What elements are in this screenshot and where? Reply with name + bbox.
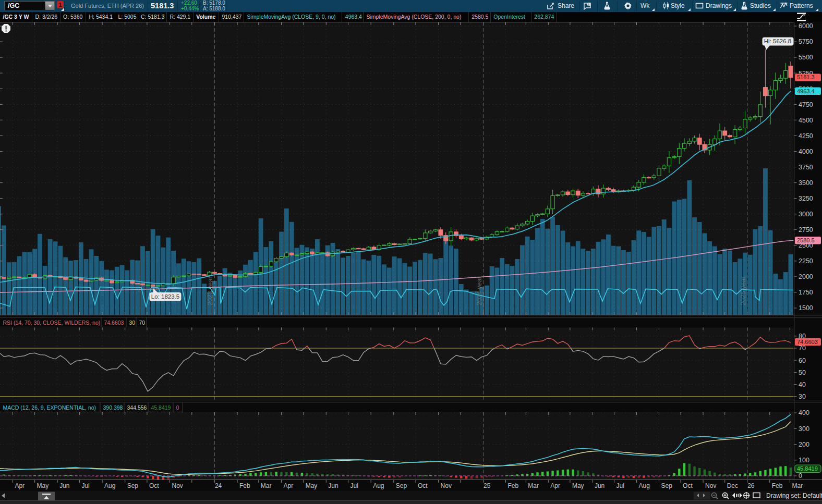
svg-text:2750: 2750 xyxy=(799,226,813,233)
svg-text:70: 70 xyxy=(139,319,146,326)
svg-text:2024 year: 2024 year xyxy=(476,276,483,305)
svg-text:Drawing set: Default: Drawing set: Default xyxy=(766,492,822,499)
svg-text:Nov: Nov xyxy=(172,482,183,489)
svg-text:1500: 1500 xyxy=(799,304,813,312)
svg-text:Aug: Aug xyxy=(104,482,115,489)
svg-text:5500: 5500 xyxy=(799,54,813,61)
svg-text:200: 200 xyxy=(799,441,809,448)
svg-text:May: May xyxy=(572,482,584,489)
svg-text:Jun: Jun xyxy=(595,482,605,489)
svg-text:5181.3: 5181.3 xyxy=(797,74,815,80)
svg-text:Aug: Aug xyxy=(373,482,384,489)
svg-text:Hi: 5626.8: Hi: 5626.8 xyxy=(764,38,791,44)
svg-text:Oct: Oct xyxy=(418,482,428,489)
svg-text:100: 100 xyxy=(799,457,809,464)
svg-text:400: 400 xyxy=(799,409,809,416)
svg-text:5750: 5750 xyxy=(799,38,813,45)
svg-text:344.556: 344.556 xyxy=(127,404,147,411)
svg-text:Oct: Oct xyxy=(683,482,693,489)
svg-text:45.8419: 45.8419 xyxy=(151,404,171,411)
svg-text:Mar: Mar xyxy=(792,482,803,489)
svg-text:Sep: Sep xyxy=(661,482,673,489)
svg-text:4500: 4500 xyxy=(799,117,813,124)
svg-text:26: 26 xyxy=(747,482,755,489)
svg-text:Nov: Nov xyxy=(441,482,452,489)
svg-text:1750: 1750 xyxy=(799,289,813,296)
svg-text:Jun: Jun xyxy=(328,482,338,489)
svg-text:Mar: Mar xyxy=(261,482,272,489)
svg-text:3000: 3000 xyxy=(799,211,813,218)
svg-text:3750: 3750 xyxy=(799,164,813,171)
svg-text:Lo: 1823.5: Lo: 1823.5 xyxy=(151,293,179,300)
svg-text:Aug: Aug xyxy=(639,482,650,489)
svg-text:Dec: Dec xyxy=(727,482,738,489)
svg-text:4750: 4750 xyxy=(799,101,813,108)
svg-text:70: 70 xyxy=(799,345,806,352)
svg-text:0: 0 xyxy=(176,404,179,411)
svg-text:Jul: Jul xyxy=(81,482,89,489)
svg-text:3500: 3500 xyxy=(799,179,813,187)
svg-text:2580.5: 2580.5 xyxy=(797,237,815,243)
svg-text:4250: 4250 xyxy=(799,132,813,140)
svg-text:Feb: Feb xyxy=(508,482,519,489)
svg-text:45.8419: 45.8419 xyxy=(797,465,818,472)
svg-text:Jun: Jun xyxy=(59,482,69,489)
svg-text:Jul: Jul xyxy=(616,482,624,489)
svg-text:74.6603: 74.6603 xyxy=(104,319,124,326)
svg-text:RSI (14, 70, 30, CLOSE, WILDER: RSI (14, 70, 30, CLOSE, WILDERS, no) xyxy=(3,319,101,326)
svg-text:60: 60 xyxy=(799,357,806,364)
svg-text:6000: 6000 xyxy=(799,22,813,30)
svg-text:Sep: Sep xyxy=(127,482,139,489)
svg-text:30: 30 xyxy=(799,393,806,400)
svg-text:25: 25 xyxy=(483,482,491,489)
svg-text:Apr: Apr xyxy=(284,482,294,489)
svg-text:2250: 2250 xyxy=(799,257,813,265)
svg-text:May: May xyxy=(37,482,49,489)
svg-text:Jul: Jul xyxy=(350,482,358,489)
svg-text:50: 50 xyxy=(799,369,806,376)
svg-text:Mar: Mar xyxy=(528,482,539,489)
svg-text:MACD (12, 26, 9, EXPONENTIAL,: MACD (12, 26, 9, EXPONENTIAL, no) xyxy=(3,404,96,411)
svg-text:300: 300 xyxy=(799,425,809,433)
svg-text:3250: 3250 xyxy=(799,195,813,202)
svg-text:4963.4: 4963.4 xyxy=(797,88,815,94)
svg-text:74.6603: 74.6603 xyxy=(797,339,818,345)
svg-text:2023 year: 2023 year xyxy=(207,276,214,305)
svg-text:Sep: Sep xyxy=(396,482,407,489)
svg-text:Apr: Apr xyxy=(15,482,25,489)
svg-text:40: 40 xyxy=(799,381,806,388)
svg-text:4000: 4000 xyxy=(799,148,813,155)
svg-text:Feb: Feb xyxy=(772,482,783,489)
svg-text:2000: 2000 xyxy=(799,273,813,280)
svg-text:Feb: Feb xyxy=(239,482,250,489)
svg-text:24: 24 xyxy=(215,482,222,489)
svg-text:390.398: 390.398 xyxy=(103,404,123,411)
svg-text:Oct: Oct xyxy=(149,482,159,489)
svg-text:Apr: Apr xyxy=(550,482,560,489)
svg-text:May: May xyxy=(306,482,318,489)
svg-text:0: 0 xyxy=(799,472,802,480)
svg-text:30: 30 xyxy=(129,319,136,326)
svg-text:Nov: Nov xyxy=(705,482,716,489)
